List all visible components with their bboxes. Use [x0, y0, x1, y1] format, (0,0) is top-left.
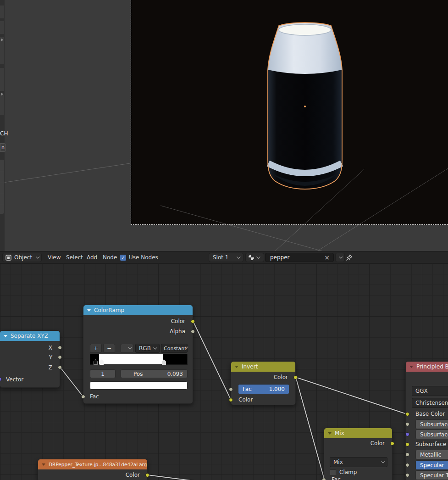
- pin-icon[interactable]: [345, 254, 353, 262]
- chevron-down-icon: [153, 346, 157, 349]
- socket-output-color[interactable]: [390, 441, 394, 446]
- menu-select[interactable]: Select: [66, 254, 83, 261]
- socket-specular-tint[interactable]: [405, 473, 409, 477]
- material-extras-dropdown[interactable]: [335, 253, 345, 262]
- node-header[interactable]: Principled BS: [406, 362, 448, 372]
- node-mix[interactable]: Mix Color Mix Clamp Fac: [324, 428, 393, 480]
- use-nodes-checkbox[interactable]: ✓: [120, 255, 126, 261]
- output-label-color: Color: [126, 472, 140, 478]
- socket-input-vector[interactable]: [0, 377, 2, 381]
- active-stop-index-field[interactable]: 1: [90, 369, 116, 378]
- node-editor-canvas[interactable]: Separate XYZ X Y Z Vector ColorRamp Colo…: [0, 263, 448, 480]
- use-nodes-label[interactable]: Use Nodes: [129, 254, 158, 261]
- interpolation-dropdown[interactable]: Constant: [161, 344, 188, 353]
- cropped-panel-button[interactable]: n: [0, 143, 6, 152]
- collapsed-panel-arrow-icon: [1, 39, 3, 41]
- specular-tint-slider[interactable]: Specular Tint: [415, 470, 448, 480]
- clamp-label: Clamp: [339, 469, 357, 475]
- collapse-triangle-icon[interactable]: [4, 335, 7, 337]
- chevron-down-icon: [381, 459, 385, 463]
- 3d-viewport[interactable]: CH n: [0, 0, 448, 251]
- socket-input-fac[interactable]: [81, 395, 85, 399]
- material-name-value: pepper: [265, 254, 290, 261]
- fac-slider[interactable]: Fac 1.000: [238, 384, 289, 394]
- node-separate-xyz[interactable]: Separate XYZ X Y Z Vector: [0, 330, 60, 388]
- chevron-down-icon: [256, 255, 260, 258]
- collapse-triangle-icon[interactable]: [328, 432, 332, 435]
- menu-node[interactable]: Node: [103, 254, 117, 261]
- stop-position-field[interactable]: Pos 0.093: [121, 369, 188, 378]
- node-colorramp[interactable]: ColorRamp Color Alpha + − RGB Constant 1…: [83, 305, 193, 404]
- node-header[interactable]: Separate XYZ: [0, 331, 60, 341]
- camera-border: [131, 0, 448, 225]
- socket-output-color[interactable]: [145, 473, 149, 477]
- input-label-fac: Fac: [90, 393, 99, 400]
- clamp-checkbox[interactable]: [330, 469, 336, 476]
- socket-base-color[interactable]: [405, 412, 409, 416]
- input-label-vector: Vector: [6, 376, 23, 383]
- node-header[interactable]: ColorRamp: [83, 305, 193, 315]
- shader-type-dropdown[interactable]: Object: [2, 253, 42, 262]
- socket-output-alpha[interactable]: [191, 329, 195, 334]
- node-invert[interactable]: Invert Color Fac 1.000 Color: [231, 361, 296, 405]
- node-header[interactable]: DRPepper_Texture.jp...848a31de42aLarge.: [38, 459, 147, 469]
- socket-output-y[interactable]: [58, 355, 62, 359]
- node-principled-bsdf[interactable]: Principled BS GGX Christensen-B Base Col…: [405, 361, 448, 480]
- socket-input-fac[interactable]: [322, 478, 326, 480]
- output-label-y: Y: [49, 354, 52, 361]
- socket-subsurface-color[interactable]: [405, 442, 409, 447]
- stop-color-swatch[interactable]: [90, 381, 188, 390]
- specular-slider[interactable]: Specular: [415, 460, 448, 470]
- collapse-triangle-icon[interactable]: [409, 366, 413, 368]
- output-label-x: X: [49, 345, 52, 351]
- distribution-dropdown[interactable]: GGX: [412, 386, 448, 396]
- cropped-panel-label: CH: [0, 130, 8, 137]
- metallic-slider[interactable]: Metallic: [415, 450, 448, 459]
- socket-input-color[interactable]: [229, 398, 233, 402]
- menu-add[interactable]: Add: [87, 254, 97, 261]
- socket-subsurface-radius[interactable]: [405, 432, 409, 436]
- socket-output-x[interactable]: [58, 346, 62, 350]
- output-label-color: Color: [371, 440, 385, 447]
- material-name-field[interactable]: pepper ×: [265, 253, 334, 262]
- color-mode-dropdown[interactable]: RGB: [135, 344, 160, 353]
- node-title: Separate XYZ: [11, 333, 48, 339]
- slot-dropdown[interactable]: Slot 1: [209, 253, 243, 262]
- ramp-stop-1-selected[interactable]: [100, 359, 104, 365]
- material-browse-button[interactable]: [245, 253, 264, 262]
- add-stop-button[interactable]: +: [90, 344, 102, 353]
- subsurface-slider[interactable]: Subsurface: [415, 419, 448, 429]
- socket-input-fac[interactable]: [229, 387, 233, 391]
- socket-metallic[interactable]: [405, 452, 409, 457]
- collapse-triangle-icon[interactable]: [42, 463, 45, 466]
- shader-editor-header: Object View Select Add Node ✓ Use Nodes …: [0, 251, 448, 263]
- cropped-panel-list: [0, 160, 4, 214]
- socket-output-color[interactable]: [191, 319, 195, 324]
- ramp-options-dropdown[interactable]: [121, 344, 133, 353]
- node-title: Mix: [335, 430, 344, 436]
- collapse-triangle-icon[interactable]: [87, 309, 91, 312]
- collapse-triangle-icon[interactable]: [235, 366, 238, 368]
- socket-subsurface[interactable]: [405, 422, 409, 426]
- node-title: Principled BS: [416, 363, 448, 370]
- node-header[interactable]: Invert: [231, 362, 295, 372]
- close-icon[interactable]: ×: [324, 254, 333, 261]
- colorramp-gradient-bar[interactable]: [90, 354, 188, 365]
- menu-view[interactable]: View: [48, 254, 61, 261]
- remove-stop-button[interactable]: −: [103, 344, 115, 353]
- output-label-z: Z: [49, 364, 52, 371]
- shader-type-label: Object: [14, 254, 32, 261]
- socket-output-z[interactable]: [58, 365, 62, 369]
- blend-mode-dropdown[interactable]: Mix: [330, 457, 387, 467]
- output-label-alpha: Alpha: [170, 328, 185, 335]
- subsurface-method-dropdown[interactable]: Christensen-B: [412, 398, 448, 408]
- node-image-texture[interactable]: DRPepper_Texture.jp...848a31de42aLarge. …: [38, 459, 148, 480]
- ramp-stop-2[interactable]: [162, 359, 166, 365]
- socket-output-color[interactable]: [293, 375, 298, 380]
- subsurface-radius-slider[interactable]: Subsurface Ra: [415, 430, 448, 439]
- ramp-stop-0[interactable]: [94, 359, 98, 365]
- socket-specular[interactable]: [405, 463, 409, 467]
- check-icon: ✓: [121, 255, 125, 260]
- node-header[interactable]: Mix: [324, 428, 392, 438]
- collapsed-panel-arrow-icon: [1, 93, 3, 95]
